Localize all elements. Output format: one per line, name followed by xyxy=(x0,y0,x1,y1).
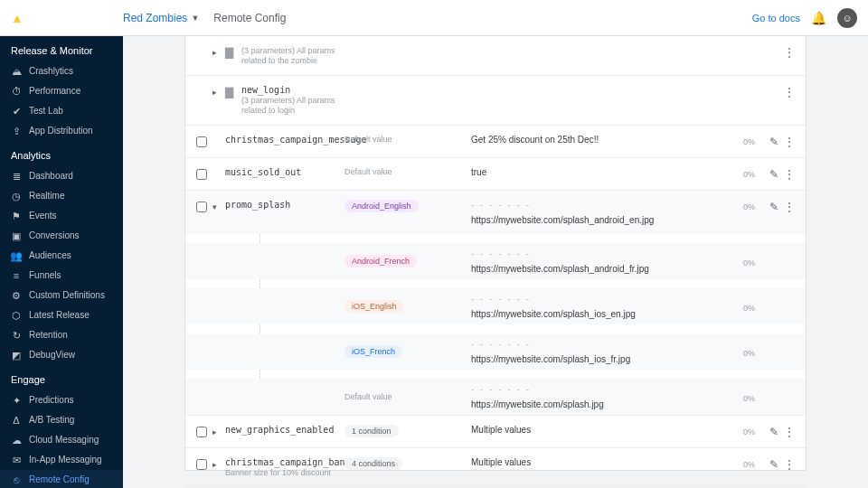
condition-chip[interactable]: iOS_English xyxy=(344,300,404,313)
edit-icon[interactable]: ✎ xyxy=(769,168,778,181)
more-icon[interactable]: ⋮ xyxy=(784,136,795,148)
sidebar-item-predictions[interactable]: ✦Predictions xyxy=(0,390,123,410)
app-distribution-icon: ⇪ xyxy=(11,125,22,137)
param-condition-line: Android_French- - - - - - - https://mywe… xyxy=(185,243,806,279)
row-actions: ✎⋮ xyxy=(755,136,795,148)
edit-icon[interactable]: ✎ xyxy=(769,136,778,148)
param-value: https://mywebsite.com/splash_android_en.… xyxy=(471,215,722,225)
param-name: christmas_campaign_message xyxy=(225,135,344,145)
sidebar-section-title: Release & Monitor xyxy=(0,36,123,61)
sidebar-item-dashboard[interactable]: ≣Dashboard xyxy=(0,166,123,186)
row-checkbox[interactable] xyxy=(196,427,212,437)
fetch-pct: 0% xyxy=(722,202,755,211)
row-actions: ✎⋮ xyxy=(755,201,795,213)
sidebar-section-title: Engage xyxy=(0,365,123,390)
realtime-icon: ◷ xyxy=(11,190,22,202)
sidebar-item-latest-release[interactable]: ⬡Latest Release xyxy=(0,305,123,325)
sidebar-item-remote-config[interactable]: ⎋Remote Config xyxy=(0,470,123,488)
sidebar-item-cloud-messaging[interactable]: ☁Cloud Messaging xyxy=(0,430,123,450)
chevron-right-icon[interactable]: ▸ xyxy=(212,427,225,436)
more-icon[interactable]: ⋮ xyxy=(784,426,795,438)
condition-label: Default value xyxy=(344,392,471,401)
edit-icon[interactable]: ✎ xyxy=(769,426,778,438)
sidebar-item-a-b-testing[interactable]: ΔA/B Testing xyxy=(0,410,123,430)
param-value: Multiple values xyxy=(471,457,722,467)
sidebar-item-conversions[interactable]: ▣Conversions xyxy=(0,226,123,246)
audiences-icon: 👥 xyxy=(11,249,22,262)
row-checkbox[interactable] xyxy=(196,169,212,180)
notifications-icon[interactable]: 🔔 xyxy=(811,11,826,25)
sidebar-item-label: Custom Definitions xyxy=(29,289,105,302)
more-icon[interactable]: ⋮ xyxy=(784,86,795,99)
param-value: https://mywebsite.com/splash_ios_en.jpg xyxy=(471,309,722,319)
param-row[interactable]: ▸new_graphics_enabled1 conditionMultiple… xyxy=(185,415,806,447)
sidebar-item-label: Test Lab xyxy=(29,105,63,117)
content-area: ▸▇(3 parameters) All params related to t… xyxy=(123,36,868,488)
funnels-icon: ≡ xyxy=(11,269,22,282)
sidebar-item-realtime[interactable]: ◷Realtime xyxy=(0,186,123,206)
param-row[interactable]: ▸christmas_campaign_banner_sizeBanner si… xyxy=(185,447,806,487)
sidebar-item-funnels[interactable]: ≡Funnels xyxy=(0,266,123,286)
brand[interactable]: ▲ Firebase xyxy=(11,11,123,25)
more-icon[interactable]: ⋮ xyxy=(784,46,795,59)
predictions-icon: ✦ xyxy=(11,394,22,407)
more-icon[interactable]: ⋮ xyxy=(784,201,795,213)
param-sub: Banner size for 10% discount xyxy=(225,468,334,478)
edit-icon[interactable]: ✎ xyxy=(769,458,778,471)
condition-chip[interactable]: Android_French xyxy=(344,255,417,267)
condition-label: Default value xyxy=(344,135,471,144)
condition-chip[interactable]: 1 condition xyxy=(344,425,399,437)
row-actions: ✎⋮ xyxy=(755,168,795,181)
param-row[interactable]: christmas_campaign_messageDefault valueG… xyxy=(185,125,806,157)
go-to-docs-link[interactable]: Go to docs xyxy=(752,13,800,23)
sidebar-item-events[interactable]: ⚑Events xyxy=(0,206,123,226)
row-checkbox[interactable] xyxy=(196,136,212,147)
row-actions: ✎⋮ xyxy=(755,458,795,471)
row-checkbox[interactable] xyxy=(196,202,212,212)
folder-icon: ▇ xyxy=(225,46,241,59)
sidebar-item-retention[interactable]: ↻Retention xyxy=(0,325,123,345)
edit-icon[interactable]: ✎ xyxy=(769,201,778,213)
condition-chip[interactable]: iOS_French xyxy=(344,345,402,358)
sidebar-item-label: Crashlytics xyxy=(29,65,73,78)
chevron-right-icon[interactable]: ▸ xyxy=(212,88,225,97)
sidebar-item-audiences[interactable]: 👥Audiences xyxy=(0,246,123,266)
chevron-right-icon[interactable]: ▸ xyxy=(212,460,225,469)
sidebar-item-performance[interactable]: ⏱Performance xyxy=(0,81,123,101)
group-sub: (3 parameters) All params related to log… xyxy=(241,96,350,116)
in-app-messaging-icon: ✉ xyxy=(11,454,22,466)
chevron-down-icon[interactable]: ▾ xyxy=(212,202,225,211)
sidebar-item-test-lab[interactable]: ✔Test Lab xyxy=(0,101,123,121)
more-icon[interactable]: ⋮ xyxy=(784,168,795,181)
retention-icon: ↻ xyxy=(11,329,22,342)
chevron-right-icon[interactable]: ▸ xyxy=(212,48,225,57)
param-group-row[interactable]: ▸▇(3 parameters) All params related to t… xyxy=(185,36,806,75)
remote-config-icon: ⎋ xyxy=(11,474,22,486)
condition-chip[interactable]: Android_English xyxy=(344,200,419,212)
topbar: ▲ Firebase Red Zombies ▼ Remote Config G… xyxy=(0,0,868,36)
chevron-down-icon[interactable]: ▼ xyxy=(191,14,199,23)
sidebar-item-label: Funnels xyxy=(29,269,61,282)
sidebar-item-label: In-App Messaging xyxy=(29,454,102,466)
param-value: true xyxy=(471,167,722,177)
param-row[interactable]: music_sold_outDefault valuetrue0%✎⋮ xyxy=(185,157,806,190)
sidebar-item-app-distribution[interactable]: ⇪App Distribution xyxy=(0,121,123,141)
sidebar-item-custom-definitions[interactable]: ⚙Custom Definitions xyxy=(0,286,123,305)
condition-label: Default value xyxy=(344,167,471,176)
sidebar-item-in-app-messaging[interactable]: ✉In-App Messaging xyxy=(0,450,123,470)
param-name: new_graphics_enabled xyxy=(225,425,344,435)
fetch-pct: 0% xyxy=(722,137,755,146)
sidebar-item-debugview[interactable]: ◩DebugView xyxy=(0,345,123,365)
avatar[interactable]: ☺ xyxy=(837,8,857,28)
sidebar-section-title: Analytics xyxy=(0,141,123,166)
sidebar-item-label: Events xyxy=(29,210,57,222)
condition-chip[interactable]: 4 conditions xyxy=(344,457,402,470)
firebase-logo-icon: ▲ xyxy=(11,11,24,25)
project-selector[interactable]: Red Zombies xyxy=(123,12,187,24)
param-group-row[interactable]: ▸▇new_login(3 parameters) All params rel… xyxy=(185,75,806,125)
row-checkbox[interactable] xyxy=(196,459,212,470)
more-icon[interactable]: ⋮ xyxy=(784,458,795,471)
fetch-pct: 0% xyxy=(722,170,755,179)
param-row-expanded[interactable]: ▾promo_splashAndroid_English- - - - - - … xyxy=(185,190,806,234)
sidebar-item-crashlytics[interactable]: ⛰Crashlytics xyxy=(0,61,123,81)
